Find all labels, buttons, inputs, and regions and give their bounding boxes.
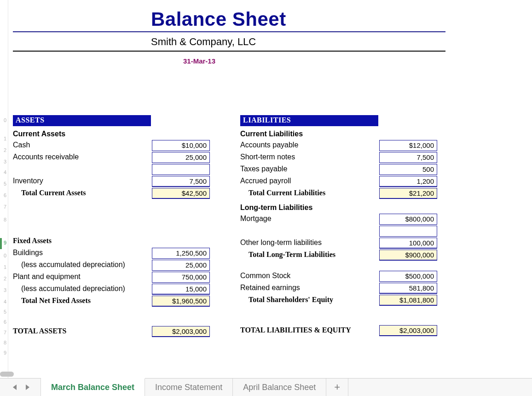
payroll-label: Accrued payroll [240,177,291,185]
tab-prev-icon[interactable] [12,384,17,390]
buildings-value[interactable]: 1,250,500 [152,248,210,259]
svg-marker-0 [13,384,17,390]
plant-label: Plant and equipment [13,273,81,281]
cash-label: Cash [13,141,30,149]
scroll-thumb[interactable] [0,372,14,377]
buildings-depreciation-value[interactable]: 25,000 [152,260,210,271]
row-number: 2 [0,147,6,153]
ar-label: Accounts receivable [13,153,79,161]
total-net-fixed-label: Total Net Fixed Assets [21,297,91,305]
total-lt-liab-label: Total Long-Term Liabilities [249,250,335,259]
page-title: Balance Sheet [151,8,532,30]
total-liab-equity-label: TOTAL LIABILITIES & EQUITY [240,326,351,334]
total-net-fixed-value[interactable]: $1,960,500 [152,296,210,307]
row-number: 8 [0,217,6,222]
total-current-assets-label: Total Current Assets [21,189,86,197]
other-lt-value[interactable]: 100,000 [379,238,437,249]
company-underline [13,51,445,52]
total-assets-value[interactable]: $2,003,000 [152,326,210,337]
assets-column: ASSETS Current Assets Cash $10,000 Accou… [13,115,211,338]
row-number: 0 [0,253,6,258]
company-name: Smith & Company, LLC [151,36,532,48]
total-liab-equity-value[interactable]: $2,003,000 [379,325,437,336]
taxes-label: Taxes payable [240,165,287,173]
ap-value[interactable]: $12,000 [379,140,437,151]
plant-value[interactable]: 750,000 [152,272,210,283]
taxes-value[interactable]: 500 [379,164,437,175]
row-number: 7 [0,204,6,210]
add-sheet-button[interactable]: + [326,379,348,396]
row-number-selected: 9 [0,240,6,245]
current-assets-subhead: Current Assets [13,126,211,140]
row-number: 5 [0,181,6,186]
liabilities-header: LIABILITIES [240,115,378,126]
retained-earnings-value[interactable]: 581,800 [379,283,437,294]
stn-label: Short-term notes [240,153,295,161]
mortgage-label: Mortgage [240,215,272,223]
total-equity-label: Total Shareholders' Equity [249,296,333,304]
total-assets-label: TOTAL ASSETS [13,327,66,335]
common-stock-label: Common Stock [240,272,290,280]
row-number: 6 [0,192,6,198]
liabilities-column: LIABILITIES Current Liabilities Accounts… [240,115,438,337]
current-liabilities-subhead: Current Liabilities [240,126,438,140]
title-underline [13,31,445,32]
plant-depreciation-value[interactable]: 15,000 [152,284,210,295]
inventory-label: Inventory [13,177,43,185]
total-equity-value[interactable]: $1,081,800 [379,295,437,306]
sheet-tab-bar: March Balance Sheet Income Statement Apr… [0,378,532,396]
row-number: 8 [0,340,6,345]
tab-next-icon[interactable] [25,384,30,390]
row-number: 1 [0,136,6,141]
ap-label: Accounts payable [240,141,298,149]
inventory-value[interactable]: 7,500 [152,176,210,187]
sheet-date: 31-Mar-13 [183,57,532,65]
row-number: 4 [0,299,6,304]
tab-income-statement[interactable]: Income Statement [145,379,233,396]
total-lt-liab-value[interactable]: $900,000 [379,250,437,261]
row-number: 2 [0,276,6,281]
plant-depreciation-label: (less accumulated depreciation) [21,285,125,293]
tab-nav-arrows [0,379,41,396]
payroll-value[interactable]: 1,200 [379,176,437,187]
row-gutter: 0 1 2 3 4 5 6 7 8 9 0 1 2 3 4 5 6 7 8 9 [0,0,8,378]
row-number: 7 [0,330,6,335]
total-current-liab-label: Total Current Liabilities [249,189,325,197]
row-number: 0 [0,117,6,123]
cash-value[interactable]: $10,000 [152,140,210,151]
long-term-liab-subhead: Long-term Liabilities [240,200,438,214]
row-number: 4 [0,169,6,175]
tab-march-balance-sheet[interactable]: March Balance Sheet [41,378,145,396]
blank-lt-value[interactable] [379,226,437,237]
svg-marker-1 [26,384,29,390]
total-current-liab-value[interactable]: $21,200 [379,188,437,199]
row-number: 6 [0,319,6,325]
row-number: 9 [0,350,6,355]
row-number: 3 [0,287,6,293]
fixed-assets-subhead: Fixed Assets [13,237,52,245]
row-number: 3 [0,159,6,164]
tab-april-balance-sheet[interactable]: April Balance Sheet [233,379,326,396]
other-lt-label: Other long-term liabilities [240,239,322,247]
stn-value[interactable]: 7,500 [379,152,437,163]
row-number: 5 [0,309,6,314]
buildings-label: Buildings [13,249,43,257]
common-stock-value[interactable]: $500,000 [379,271,437,282]
ar-value[interactable]: 25,000 [152,152,210,163]
horizontal-scrollbar[interactable] [0,370,18,378]
blank-value[interactable] [152,164,210,175]
mortgage-value[interactable]: $800,000 [379,214,437,225]
total-current-assets-value[interactable]: $42,500 [152,188,210,199]
retained-earnings-label: Retained earnings [240,284,300,292]
buildings-depreciation-label: (less accumulated depreciation) [21,261,125,269]
assets-header: ASSETS [13,115,151,126]
worksheet-area[interactable]: Balance Sheet Smith & Company, LLC 31-Ma… [13,0,532,378]
row-number: 1 [0,264,6,270]
